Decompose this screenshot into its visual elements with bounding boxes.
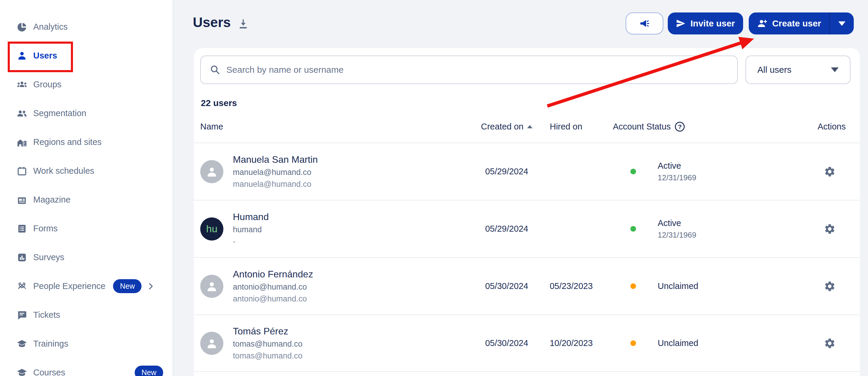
status-cell: Unclaimed <box>658 258 698 315</box>
sidebar-item-forms[interactable]: Forms <box>0 214 173 243</box>
graduation-cap-icon <box>16 366 29 376</box>
table-row: Tomás Péreztomas@humand.cotomas@humand.c… <box>194 315 860 372</box>
created-on-cell: 05/29/2024 <box>470 143 544 200</box>
help-icon[interactable]: ? <box>675 122 685 132</box>
caret-down-icon <box>831 67 839 72</box>
sidebar-item-label: Magazine <box>33 195 71 205</box>
sidebar-item-analytics[interactable]: Analytics <box>0 12 173 41</box>
table-row: huHumandhumand-05/29/2024Active12/31/196… <box>194 200 860 257</box>
bar-chart-icon <box>16 251 29 264</box>
status-dot <box>630 340 636 346</box>
created-on-cell: 05/30/2024 <box>470 258 544 315</box>
filter-selected-value: All users <box>757 65 792 75</box>
column-header-name: Name <box>200 122 223 132</box>
user-cell: Antonio Fernándezantonio@humand.coantoni… <box>200 258 313 315</box>
people-group-icon <box>16 280 29 293</box>
status-date: 12/31/1969 <box>658 173 696 182</box>
sidebar-item-label: Surveys <box>33 253 64 262</box>
person-add-icon <box>757 18 768 29</box>
chat-bubble-icon <box>16 309 29 322</box>
building-icon <box>16 136 29 149</box>
newspaper-icon <box>16 193 29 206</box>
person-icon <box>205 165 219 179</box>
hired-on-cell <box>538 143 604 200</box>
new-badge: New <box>113 279 142 293</box>
calendar-icon <box>16 165 29 178</box>
announcement-button[interactable] <box>626 12 663 34</box>
users-card: All users 22 users Name Created on Hired… <box>194 48 860 376</box>
avatar <box>200 332 223 355</box>
user-username: antonio@humand.co <box>233 294 313 303</box>
user-count: 22 users <box>201 98 237 108</box>
graduation-cap-icon <box>16 338 29 350</box>
sidebar-item-magazine[interactable]: Magazine <box>0 185 173 214</box>
page-title: Users <box>193 14 231 30</box>
sidebar-item-segmentation[interactable]: Segmentation <box>0 99 173 128</box>
sidebar-item-label: People Experience <box>33 281 105 291</box>
status-label: Active <box>658 218 696 228</box>
row-settings-gear-icon[interactable] <box>824 223 836 235</box>
hired-on-cell <box>538 200 604 257</box>
sidebar-item-label: Courses <box>33 368 65 376</box>
status-cell: Active12/31/1969 <box>658 143 696 200</box>
user-username: manuela@humand.co <box>233 180 318 189</box>
sidebar-item-label: Trainings <box>33 339 68 349</box>
status-dot <box>630 226 636 232</box>
search-box <box>200 56 738 84</box>
row-settings-gear-icon[interactable] <box>824 166 836 178</box>
sidebar-item-label: Tickets <box>33 310 60 320</box>
status-label: Unclaimed <box>658 338 698 348</box>
user-cell: Manuela San Martinmanuela@humand.comanue… <box>200 143 318 200</box>
avatar <box>200 275 223 298</box>
user-name: Tomás Pérez <box>233 326 303 337</box>
person-icon <box>205 279 219 293</box>
download-users-icon[interactable] <box>237 17 250 30</box>
column-header-account-status: Account Status ? <box>613 122 685 132</box>
sidebar-item-users[interactable]: Users <box>0 41 173 70</box>
sidebar-item-courses[interactable]: CoursesNew <box>0 358 173 376</box>
megaphone-icon <box>639 18 651 29</box>
segmentation-icon <box>16 107 29 120</box>
created-on-cell: 05/30/2024 <box>470 315 544 371</box>
sidebar-item-label: Work schedules <box>33 166 94 176</box>
create-user-split-button: Create user <box>749 12 854 34</box>
user-filter-select[interactable]: All users <box>745 56 850 84</box>
sidebar-item-surveys[interactable]: Surveys <box>0 243 173 272</box>
caret-down-icon <box>838 21 845 26</box>
send-icon <box>676 19 686 29</box>
sidebar-item-label: Regions and sites <box>33 137 102 147</box>
sidebar-item-regions-and-sites[interactable]: Regions and sites <box>0 128 173 156</box>
create-user-dropdown-toggle[interactable] <box>830 12 854 34</box>
search-icon <box>210 64 220 75</box>
status-cell: Unclaimed <box>658 315 698 371</box>
user-email: tomas@humand.co <box>233 340 303 349</box>
hired-on-cell: 10/20/2023 <box>538 315 604 371</box>
user-email: manuela@humand.co <box>233 168 318 177</box>
user-icon <box>16 49 29 62</box>
created-on-cell: 05/29/2024 <box>470 200 544 257</box>
user-username: tomas@humand.co <box>233 351 303 360</box>
sidebar-item-groups[interactable]: Groups <box>0 70 173 99</box>
user-name: Manuela San Martin <box>233 154 318 165</box>
sidebar-item-work-schedules[interactable]: Work schedules <box>0 156 173 185</box>
forms-icon <box>16 222 29 235</box>
chevron-right-icon <box>146 282 155 291</box>
sidebar-item-people-experience[interactable]: People ExperienceNew <box>0 272 173 300</box>
sidebar-item-trainings[interactable]: Trainings <box>0 329 173 358</box>
user-cell: huHumandhumand- <box>200 200 269 257</box>
sidebar-item-tickets[interactable]: Tickets <box>0 300 173 329</box>
create-user-label: Create user <box>772 19 821 29</box>
user-email: humand <box>233 225 269 234</box>
avatar: hu <box>200 218 223 240</box>
sidebar-item-label: Forms <box>33 224 58 233</box>
row-settings-gear-icon[interactable] <box>824 338 836 349</box>
invite-user-button[interactable]: Invite user <box>668 12 743 34</box>
sidebar-item-label: Groups <box>33 80 61 89</box>
status-date: 12/31/1969 <box>658 230 696 240</box>
create-user-button[interactable]: Create user <box>749 12 830 34</box>
pie-chart-icon <box>16 21 29 34</box>
row-settings-gear-icon[interactable] <box>824 280 836 292</box>
table-row: Manuela San Martinmanuela@humand.comanue… <box>194 143 860 200</box>
person-icon <box>205 336 219 350</box>
search-input[interactable] <box>226 65 737 75</box>
